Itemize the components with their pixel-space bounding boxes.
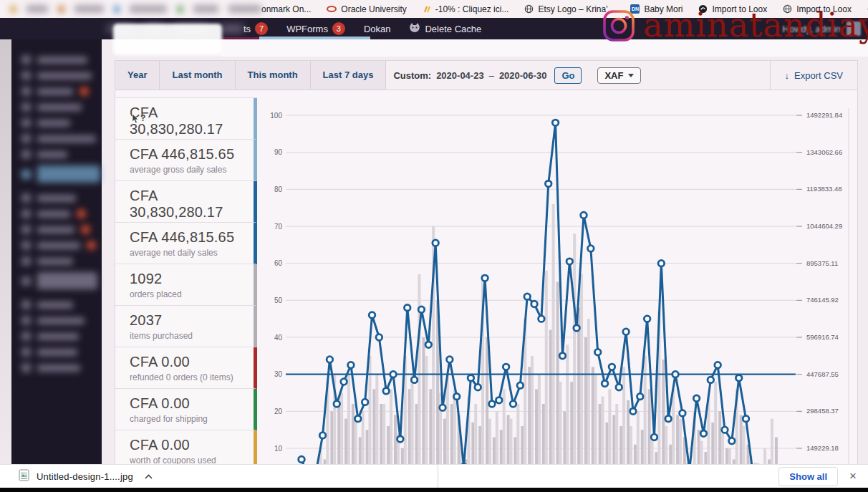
bar-light [622,367,625,464]
sales-chart: 1001492291.84901343062.66801193833.48701… [262,97,858,464]
data-point [588,246,594,252]
data-point [362,399,368,405]
download-item[interactable]: Untitled-design-1....jpg [0,465,438,488]
admin-account-item[interactable]: Howdy, admin [783,21,868,36]
sidebar-item[interactable] [21,165,102,183]
bar-light [531,356,534,464]
sidebar-item[interactable] [21,300,102,309]
sidebar-item[interactable] [21,363,102,372]
right-axis-tick-label: 1492291.84 [806,111,842,119]
sidebar-item-label [37,317,85,324]
data-point [447,357,453,363]
bar-light [637,411,640,464]
sidebar-item[interactable] [21,150,102,159]
bar-dark [528,367,531,464]
tab-last-month[interactable]: Last month [160,61,235,90]
chevron-up-icon[interactable] [145,474,153,479]
loox-icon [698,4,708,14]
data-point [334,401,340,407]
data-point [390,371,397,377]
bar-dark [344,419,347,464]
sidebar-item-label [37,333,79,340]
right-axis-tick-label: 1044604.29 [806,222,842,230]
bar-light [651,441,654,464]
sidebar-item-icon [21,347,31,357]
sidebar-item[interactable] [21,225,102,234]
sidebar-item-icon [21,71,31,80]
admin-dokan-item[interactable]: Dokan [364,24,391,34]
data-point [489,401,496,407]
export-csv-button[interactable]: ↓ Export CSV [770,61,857,90]
close-icon[interactable]: × [849,469,857,483]
bookmark-item[interactable]: DNBaby Mori [630,4,683,14]
right-axis-tick-label: 895375.11 [806,259,838,267]
bar-dark [330,411,333,464]
tab-year[interactable]: Year [115,61,160,90]
bookmark-item[interactable]: -10% : Cliquez ici... [423,4,509,14]
bar-dark [704,452,707,464]
data-point [531,301,538,307]
data-point [609,364,615,370]
bar-dark [422,337,425,464]
data-point [411,377,418,383]
bookmark-item[interactable]: Oracle University [327,4,406,14]
sidebar-item-icon [21,134,31,143]
sidebar-item-icon [21,150,31,159]
bar-dark [669,445,672,464]
sidebar-item-icon [21,316,31,325]
bar-light [488,419,491,464]
bar-dark [507,415,510,465]
bar-dark [740,415,743,465]
sidebar-item[interactable] [21,118,102,127]
sidebar-item[interactable] [21,209,102,218]
left-axis-tick-label: 40 [274,334,283,342]
bar-light [700,441,703,464]
bar-dark [648,389,651,464]
date-from-field[interactable]: 2020-04-23 [436,70,484,81]
show-all-button[interactable]: Show all [778,467,838,486]
bookmark-item[interactable]: onmark On... [261,4,311,14]
sidebar-item[interactable] [21,316,102,325]
sidebar-item-icon [21,241,31,250]
bar-dark [486,337,488,464]
sidebar-item[interactable] [21,241,102,250]
bar-dark [775,438,778,465]
decorative-strip-maroon [221,37,259,39]
admin-delete-cache-item[interactable]: Delete Cache [409,23,481,35]
admin-comments-item[interactable]: ts 7 [243,22,268,35]
tab-last-7-days[interactable]: Last 7 days [311,61,387,90]
sidebar-item[interactable] [21,256,102,266]
sidebar-item-label [37,88,73,95]
sidebar-item[interactable] [21,71,102,80]
bar-dark [359,438,362,465]
sidebar-item[interactable] [21,347,102,357]
sidebar-item[interactable] [21,193,102,203]
admin-wpforms-item[interactable]: WPForms 3 [286,22,345,35]
bar-light [771,419,773,464]
tab-this-month[interactable]: This month [236,61,311,90]
bookmark-item[interactable]: Etsy Logo – Krina'... [524,4,614,14]
metric-caption: average net daily sales [130,248,243,258]
sidebar-item-label [37,272,97,289]
sidebar-item[interactable] [21,134,102,143]
export-csv-label: Export CSV [794,70,843,81]
sidebar-item[interactable] [21,87,102,96]
sidebar-item-label [37,135,96,143]
currency-select[interactable]: XAF [597,67,641,84]
bookmark-item[interactable]: Import to Loox [698,4,767,14]
sidebar-item[interactable] [21,272,102,289]
bookmark-label: Baby Mori [644,4,683,14]
data-point [341,379,347,385]
sidebar-item[interactable] [21,102,102,112]
go-button[interactable]: Go [554,67,582,84]
sidebar-item[interactable] [21,332,102,341]
bookmark-label: onmark On... [261,4,311,14]
date-to-field[interactable]: 2020-06-30 [499,70,547,81]
bookmark-item[interactable]: Import to Loox [783,4,852,14]
sidebar-item[interactable] [21,55,102,64]
right-axis-tick-label: 596916.74 [806,333,839,341]
data-point [482,275,488,281]
bar-dark [662,360,665,464]
sidebar-item-icon [21,300,31,309]
globe-icon [524,4,534,14]
